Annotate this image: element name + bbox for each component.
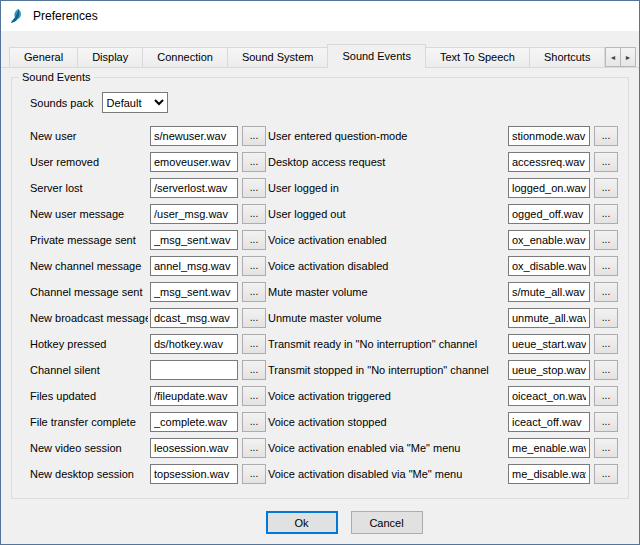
browse-button[interactable]: ... xyxy=(594,256,618,276)
sound-event-row: New user ... User entered question-mode … xyxy=(12,123,628,149)
sound-file-input[interactable] xyxy=(150,126,238,146)
sound-event-label: New user xyxy=(30,130,148,142)
sound-event-label: Voice activation stopped xyxy=(268,416,506,428)
sound-file-input[interactable] xyxy=(508,204,590,224)
browse-button[interactable]: ... xyxy=(242,464,266,484)
sound-file-input[interactable] xyxy=(508,464,590,484)
window-title: Preferences xyxy=(33,9,98,23)
browse-button[interactable]: ... xyxy=(242,438,266,458)
app-logo-icon xyxy=(10,8,26,24)
browse-button[interactable]: ... xyxy=(594,126,618,146)
sound-event-row: New video session ... Voice activation e… xyxy=(12,435,628,461)
sound-event-label: Voice activation disabled via "Me" menu xyxy=(268,468,506,480)
sound-file-input[interactable] xyxy=(508,178,590,198)
sound-file-input[interactable] xyxy=(150,204,238,224)
browse-button[interactable]: ... xyxy=(594,178,618,198)
browse-button[interactable]: ... xyxy=(594,464,618,484)
tab-sound-events[interactable]: Sound Events xyxy=(327,44,426,68)
sound-file-input[interactable] xyxy=(150,282,238,302)
sound-file-input[interactable] xyxy=(150,178,238,198)
browse-button[interactable]: ... xyxy=(594,412,618,432)
sound-event-label: New user message xyxy=(30,208,148,220)
sound-event-row: Channel silent ... Transmit stopped in "… xyxy=(12,357,628,383)
ok-button[interactable]: Ok xyxy=(266,511,338,534)
sound-file-input[interactable] xyxy=(508,308,590,328)
sound-file-input[interactable] xyxy=(150,386,238,406)
browse-button[interactable]: ... xyxy=(242,178,266,198)
sound-event-label: Channel message sent xyxy=(30,286,148,298)
sound-event-label: Private message sent xyxy=(30,234,148,246)
browse-button[interactable]: ... xyxy=(242,360,266,380)
sound-file-input[interactable] xyxy=(150,412,238,432)
cancel-button[interactable]: Cancel xyxy=(351,511,423,534)
sound-file-input[interactable] xyxy=(508,230,590,250)
browse-button[interactable]: ... xyxy=(594,334,618,354)
preferences-window: Preferences GeneralDisplayConnectionSoun… xyxy=(0,0,640,545)
sounds-pack-select[interactable]: Default xyxy=(102,92,168,113)
tab-text-to-speech[interactable]: Text To Speech xyxy=(425,47,530,67)
sound-file-input[interactable] xyxy=(508,412,590,432)
browse-button[interactable]: ... xyxy=(594,230,618,250)
browse-button[interactable]: ... xyxy=(594,152,618,172)
browse-button[interactable]: ... xyxy=(242,308,266,328)
browse-button[interactable]: ... xyxy=(594,386,618,406)
browse-button[interactable]: ... xyxy=(242,412,266,432)
browse-button[interactable]: ... xyxy=(594,282,618,302)
browse-button[interactable]: ... xyxy=(594,360,618,380)
sound-file-input[interactable] xyxy=(150,438,238,458)
sound-event-label: Mute master volume xyxy=(268,286,506,298)
sound-event-label: User logged in xyxy=(268,182,506,194)
browse-button[interactable]: ... xyxy=(242,152,266,172)
browse-button[interactable]: ... xyxy=(594,204,618,224)
sound-event-label: File transfer complete xyxy=(30,416,148,428)
sound-event-label: Files updated xyxy=(30,390,148,402)
browse-button[interactable]: ... xyxy=(242,126,266,146)
tab-scroll-left-button[interactable]: ◄ xyxy=(605,47,621,67)
sound-event-row: Private message sent ... Voice activatio… xyxy=(12,227,628,253)
sound-event-label: Transmit stopped in "No interruption" ch… xyxy=(268,364,506,376)
sound-file-input[interactable] xyxy=(150,230,238,250)
titlebar: Preferences xyxy=(1,1,639,31)
sound-file-input[interactable] xyxy=(150,334,238,354)
sound-event-label: New desktop session xyxy=(30,468,148,480)
browse-button[interactable]: ... xyxy=(594,438,618,458)
sound-event-label: Hotkey pressed xyxy=(30,338,148,350)
sound-file-input[interactable] xyxy=(508,256,590,276)
sound-event-label: User logged out xyxy=(268,208,506,220)
sound-file-input[interactable] xyxy=(508,334,590,354)
sound-file-input[interactable] xyxy=(150,360,238,380)
sound-file-input[interactable] xyxy=(150,308,238,328)
sound-event-row: Files updated ... Voice activation trigg… xyxy=(12,383,628,409)
sound-event-label: Voice activation triggered xyxy=(268,390,506,402)
browse-button[interactable]: ... xyxy=(242,334,266,354)
sound-file-input[interactable] xyxy=(508,386,590,406)
sound-event-label: New broadcast message xyxy=(30,312,148,324)
tab-display[interactable]: Display xyxy=(77,47,143,67)
tab-list: GeneralDisplayConnectionSound SystemSoun… xyxy=(9,44,613,68)
sound-file-input[interactable] xyxy=(508,152,590,172)
browse-button[interactable]: ... xyxy=(242,230,266,250)
sound-file-input[interactable] xyxy=(508,282,590,302)
tab-shortcuts[interactable]: Shortcuts xyxy=(529,47,605,67)
sound-event-row: Hotkey pressed ... Transmit ready in "No… xyxy=(12,331,628,357)
browse-button[interactable]: ... xyxy=(594,308,618,328)
sound-file-input[interactable] xyxy=(150,464,238,484)
sounds-pack-row: Sounds pack Default xyxy=(30,92,628,113)
browse-button[interactable]: ... xyxy=(242,386,266,406)
browse-button[interactable]: ... xyxy=(242,256,266,276)
sound-file-input[interactable] xyxy=(150,152,238,172)
tab-scroll-right-button[interactable]: ► xyxy=(620,47,636,67)
sound-event-label: Voice activation enabled xyxy=(268,234,506,246)
sound-event-row: File transfer complete ... Voice activat… xyxy=(12,409,628,435)
sound-file-input[interactable] xyxy=(150,256,238,276)
browse-button[interactable]: ... xyxy=(242,282,266,302)
tab-connection[interactable]: Connection xyxy=(142,47,228,67)
sound-event-row: New desktop session ... Voice activation… xyxy=(12,461,628,487)
sound-file-input[interactable] xyxy=(508,126,590,146)
browse-button[interactable]: ... xyxy=(242,204,266,224)
tab-sound-system[interactable]: Sound System xyxy=(227,47,329,67)
sound-event-label: Desktop access request xyxy=(268,156,506,168)
tab-general[interactable]: General xyxy=(9,47,78,67)
sound-file-input[interactable] xyxy=(508,438,590,458)
sound-file-input[interactable] xyxy=(508,360,590,380)
